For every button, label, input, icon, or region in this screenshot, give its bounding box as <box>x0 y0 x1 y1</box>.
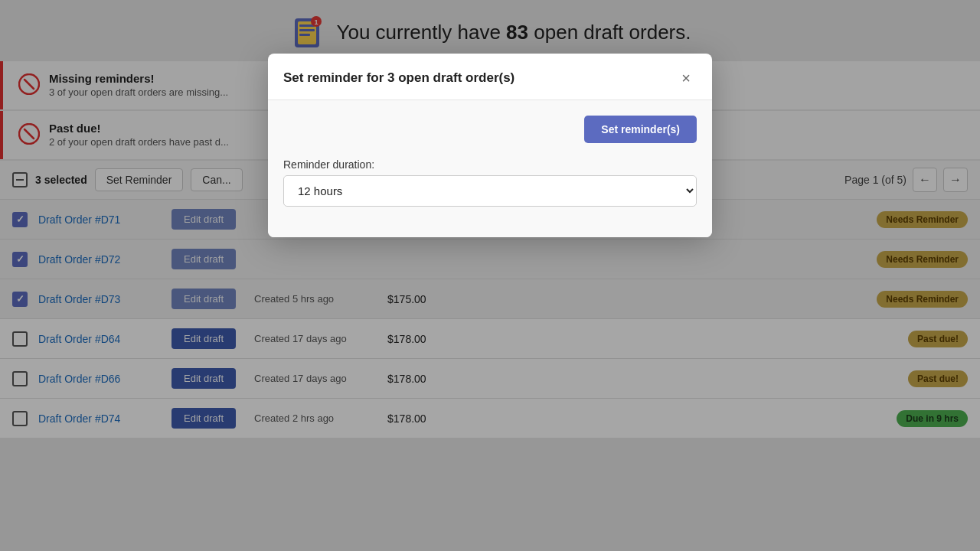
reminder-duration-field: Reminder duration: 1 hour 2 hours 4 hour… <box>283 158 697 207</box>
modal-overlay: Set reminder for 3 open draft order(s) ×… <box>0 0 980 551</box>
reminder-duration-select[interactable]: 1 hour 2 hours 4 hours 6 hours 12 hours … <box>283 175 697 207</box>
set-reminder-modal: Set reminder for 3 open draft order(s) ×… <box>268 54 712 237</box>
modal-header: Set reminder for 3 open draft order(s) × <box>268 54 712 100</box>
modal-action-row: Set reminder(s) <box>283 116 697 143</box>
set-reminders-button[interactable]: Set reminder(s) <box>584 116 697 143</box>
reminder-duration-label: Reminder duration: <box>283 158 697 171</box>
modal-body: Set reminder(s) Reminder duration: 1 hou… <box>268 100 712 237</box>
modal-close-button[interactable]: × <box>675 67 697 89</box>
modal-title: Set reminder for 3 open draft order(s) <box>283 70 514 86</box>
